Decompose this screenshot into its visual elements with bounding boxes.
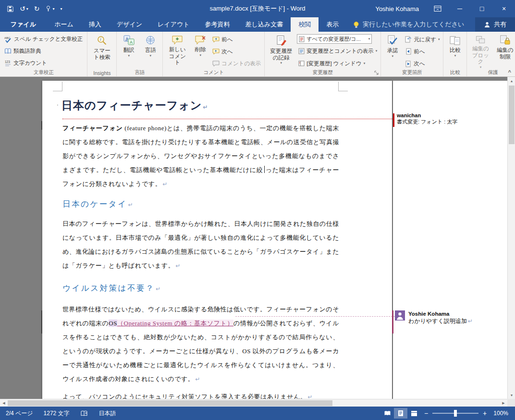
page-indicator[interactable]: 2/4 ページ (6, 409, 33, 418)
smart-lookup-button[interactable]: i スマート検索 (89, 33, 114, 69)
display-for-review-dropdown[interactable]: すべての変更履歴/コ... ▾ (297, 34, 372, 44)
track-changes-button[interactable]: 変更履歴の記録 ▾ (267, 33, 295, 69)
account-name[interactable]: Yoshie Kohama (375, 5, 419, 12)
undo-button[interactable]: ↺▾ (20, 5, 28, 12)
horizontal-scroll-thumb[interactable] (8, 400, 332, 406)
tracked-bold-text: フィーチャーフォン (62, 124, 123, 132)
scroll-left-button[interactable]: ◀ (0, 399, 8, 407)
group-label-language: 言語 (117, 69, 162, 76)
tab-home[interactable]: ホーム (47, 17, 81, 32)
minimize-button[interactable]: ─ (449, 0, 471, 17)
status-left: 2/4 ページ 1272 文字 日本語 (0, 409, 116, 418)
word-count-indicator[interactable]: 1272 文字 (44, 409, 70, 418)
chevron-down-icon: ▾ (368, 37, 370, 41)
paragraph-4[interactable]: よって、パソコンのようにセキュリティ対策ソフトを導入する必要はありません。↵ (62, 390, 339, 399)
share-button[interactable]: 共有 (475, 17, 515, 32)
zoom-percentage[interactable]: 100% (493, 410, 515, 417)
document-page[interactable]: · 日本のフィーチャーフォン↵ フィーチャーフォン (feature phone… (42, 81, 392, 399)
scroll-up-button[interactable]: ▲ (508, 77, 515, 85)
tab-mailings[interactable]: 差し込み文書 (238, 17, 291, 32)
comment-anchor-text[interactable]: OS (109, 320, 117, 327)
word-count-button[interactable]: 123 文字カウント (3, 58, 84, 68)
paragraph-mark: ↵ (156, 285, 160, 292)
maximize-button[interactable]: □ (471, 0, 493, 17)
redo-icon: ↻ (34, 5, 40, 12)
format-change-note[interactable]: wanichan 書式変更: フォント : 太字 (397, 112, 503, 125)
heading-keitai[interactable]: 日本のケータイ↵ (62, 199, 133, 210)
restrict-editing-button[interactable]: 編集の制限 (493, 33, 515, 69)
show-markup-icon (298, 48, 305, 54)
zoom-slider[interactable] (432, 408, 478, 419)
spell-check-button[interactable]: ABC スペル チェックと文章校正 (3, 34, 84, 45)
tab-references[interactable]: 参考資料 (197, 17, 238, 32)
tab-file[interactable]: ファイル (0, 17, 47, 32)
tell-me-box[interactable]: 実行したい作業を入力してください (353, 17, 464, 32)
touch-mode-button[interactable]: ▾ (45, 5, 54, 12)
document-title[interactable]: 日本のフィーチャーフォン↵ (61, 98, 208, 113)
globe-icon (145, 35, 156, 46)
translate-button[interactable]: あA 翻訳 ▾ (119, 33, 139, 69)
customize-qat-button[interactable]: ▾ (61, 7, 62, 11)
chevron-down-icon: ▾ (61, 7, 62, 11)
previous-change-button[interactable]: 前へ (404, 46, 441, 57)
tracked-insertion-text[interactable]: （Operating System の略：基本ソフト） (117, 320, 233, 327)
compare-button[interactable]: 比較 ▾ (445, 33, 465, 69)
save-button[interactable] (7, 5, 14, 12)
document-canvas[interactable]: · 日本のフィーチャーフォン↵ フィーチャーフォン (feature phone… (0, 77, 515, 399)
block-authors-button[interactable]: 編集のブロック ▾ (469, 33, 492, 69)
next-comment-button[interactable]: 次へ (211, 46, 262, 57)
paragraph-1[interactable]: フィーチャーフォン (feature phone)とは、携帯電話の端末のうち、一… (62, 121, 339, 191)
show-comments-button[interactable]: コメントの表示 (211, 59, 262, 69)
language-button[interactable]: 言語 ▾ (140, 33, 160, 69)
revision-author: wanichan (397, 112, 503, 119)
tab-design[interactable]: デザイン (109, 17, 150, 32)
tab-layout[interactable]: レイアウト (150, 17, 197, 32)
ribbon-group-proofing: ABC スペル チェックと文章校正 類義語辞典 123 文字カウント 文章校正 (0, 32, 87, 76)
accept-button[interactable]: 承諾 ▾ (383, 33, 402, 69)
proofing-status-button[interactable] (80, 410, 88, 417)
scroll-right-button[interactable]: ▶ (500, 399, 507, 407)
chevron-down-icon: ▾ (150, 54, 152, 58)
reviewing-pane-icon (298, 61, 305, 66)
group-label-proofing: 文章校正 (0, 69, 87, 76)
status-bar: 2/4 ページ 1272 文字 日本語 − + 100% (0, 407, 515, 420)
heading-virus[interactable]: ウイルス対策は不要？↵ (62, 283, 160, 294)
svg-text:123: 123 (5, 60, 10, 63)
zoom-in-button[interactable]: + (479, 409, 490, 417)
chevron-down-icon: ▾ (52, 7, 54, 11)
language-indicator[interactable]: 日本語 (99, 409, 116, 418)
close-button[interactable]: × (493, 0, 515, 17)
new-comment-button[interactable]: 新しいコメント (165, 33, 190, 69)
tab-insert[interactable]: 挿入 (81, 17, 109, 32)
reject-button[interactable]: 元に戻す ▾ (404, 34, 441, 45)
paragraph-mark: ↵ (468, 318, 473, 324)
paragraph-3[interactable]: 世界標準仕様ではないため、ウイルスに感染する危険性は低いです。フィーチャーフォン… (62, 302, 339, 386)
chevron-down-icon: ▾ (128, 54, 130, 58)
vertical-scroll-thumb[interactable] (509, 86, 515, 144)
avatar (395, 310, 405, 321)
web-layout-button[interactable] (407, 408, 421, 419)
group-label-tracking: 変更履歴 (265, 69, 380, 76)
show-markup-button[interactable]: 変更履歴とコメントの表示 ▾ (297, 45, 379, 56)
next-change-button[interactable]: 次へ (404, 59, 441, 69)
horizontal-scrollbar[interactable]: ◀ ▶ (0, 399, 507, 407)
group-label-changes: 変更箇所 (381, 69, 443, 76)
collapse-ribbon-button[interactable]: ^ (508, 69, 511, 75)
scroll-down-button[interactable]: ▼ (508, 391, 515, 399)
tab-review[interactable]: 校閲 (291, 17, 319, 32)
ribbon-display-options-button[interactable] (427, 0, 449, 17)
redo-button[interactable]: ↻ (34, 5, 40, 12)
vertical-scrollbar[interactable]: ▲ ▼ (507, 77, 515, 399)
paragraph-2[interactable]: 日本のフィーチャーフォンは、世界標準からかけ離れた、日本人向けに開発された独自の… (62, 217, 339, 273)
margin-comment[interactable]: Yoshie Kohama わかりやすく説明追加↵ (395, 310, 505, 325)
zoom-out-button[interactable]: − (421, 409, 431, 417)
thesaurus-button[interactable]: 類義語辞典 (3, 46, 84, 57)
delete-comment-button[interactable]: 削除 ▾ (191, 33, 209, 69)
print-layout-button[interactable] (394, 408, 407, 419)
zoom-slider-thumb[interactable] (454, 410, 457, 417)
read-mode-button[interactable] (380, 408, 394, 419)
previous-comment-button[interactable]: 前へ (211, 34, 262, 45)
tab-view[interactable]: 表示 (319, 17, 346, 32)
reviewing-pane-button[interactable]: [変更履歴] ウィンドウ ▾ (297, 58, 379, 69)
read-mode-icon (384, 410, 391, 416)
